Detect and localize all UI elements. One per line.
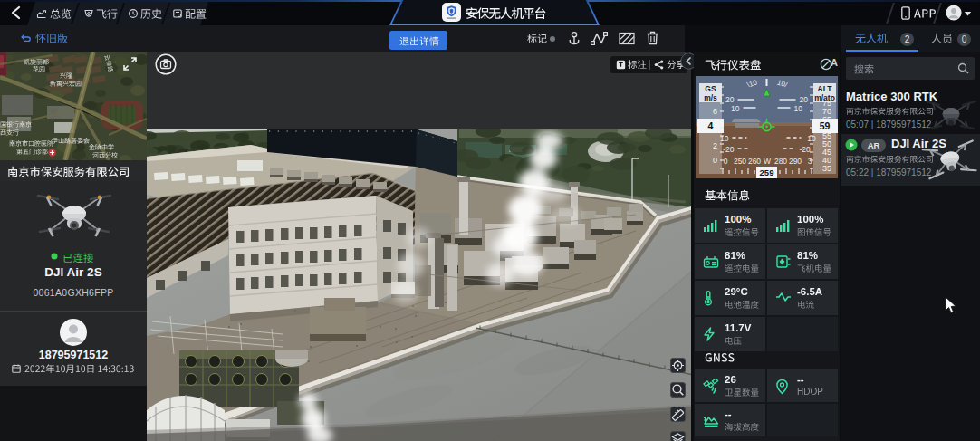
svg-text:0: 0 bbox=[724, 157, 728, 166]
svg-text:20: 20 bbox=[725, 95, 735, 104]
svg-text:10: 10 bbox=[794, 104, 803, 113]
svg-text:-20: -20 bbox=[800, 145, 812, 154]
svg-text:260: 260 bbox=[748, 157, 761, 166]
svg-text:250: 250 bbox=[734, 157, 746, 166]
svg-text:W: W bbox=[764, 157, 771, 166]
svg-text:10: 10 bbox=[731, 104, 740, 113]
svg-text:20: 20 bbox=[800, 95, 809, 104]
svg-text:280: 280 bbox=[774, 157, 787, 166]
svg-text:-20: -20 bbox=[723, 145, 735, 154]
svg-text:3: 3 bbox=[808, 157, 812, 166]
svg-text:290: 290 bbox=[789, 157, 802, 166]
